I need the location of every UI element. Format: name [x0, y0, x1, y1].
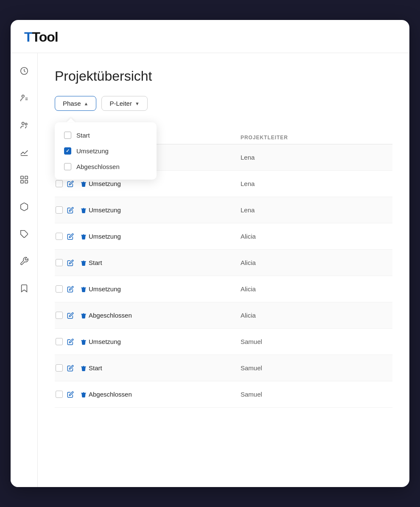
row-actions	[55, 178, 89, 189]
phase-chevron-up-icon: ▲	[84, 101, 89, 106]
page-title: Projektübersicht	[55, 68, 392, 84]
box-icon[interactable]	[17, 199, 32, 214]
delete-button[interactable]	[78, 178, 89, 189]
delete-button[interactable]	[78, 231, 89, 242]
logo: TTool	[24, 29, 58, 45]
row-checkbox[interactable]	[56, 233, 63, 240]
cell-leiter: Samuel	[241, 338, 392, 345]
pleiter-filter-button[interactable]: P-Leiter ▼	[101, 96, 147, 111]
phase-filter-button[interactable]: Phase ▲	[55, 96, 96, 111]
edit-button[interactable]	[65, 310, 76, 321]
app-window: TTool	[11, 20, 409, 487]
tag-icon[interactable]	[17, 226, 32, 242]
table-row: Umsetzung Samuel	[55, 329, 392, 355]
cell-leiter: Samuel	[241, 364, 392, 372]
svg-rect-8	[25, 176, 27, 179]
sidebar	[11, 53, 38, 487]
header-projektleiter: PROJEKTLEITER	[241, 135, 392, 141]
team-icon[interactable]	[17, 118, 32, 133]
cell-leiter: Lena	[241, 206, 392, 214]
row-checkbox[interactable]	[56, 391, 63, 398]
cell-leiter: Lena	[241, 180, 392, 187]
top-bar: TTool	[11, 20, 409, 53]
row-actions	[55, 231, 89, 242]
dropdown-item-abgeschlossen[interactable]: Abgeschlossen	[55, 159, 157, 175]
cell-leiter: Alicia	[241, 233, 392, 240]
edit-button[interactable]	[65, 336, 76, 347]
row-actions	[55, 257, 89, 268]
table-row: Umsetzung Lena	[55, 197, 392, 223]
pleiter-chevron-down-icon: ▼	[135, 101, 140, 106]
row-checkbox[interactable]	[56, 285, 63, 293]
delete-button[interactable]	[78, 310, 89, 321]
edit-button[interactable]	[65, 257, 76, 268]
edit-button[interactable]	[65, 363, 76, 374]
row-actions	[55, 205, 89, 216]
dropdown-menu: Start Umsetzung Abgeschlossen	[55, 122, 157, 180]
grid-icon[interactable]	[17, 172, 32, 187]
bookmark-icon[interactable]	[17, 281, 32, 296]
delete-button[interactable]	[78, 336, 89, 347]
dashboard-icon[interactable]	[17, 63, 32, 79]
cell-leiter: Samuel	[241, 391, 392, 398]
cell-phase: Umsetzung	[89, 233, 241, 240]
cell-leiter: Alicia	[241, 312, 392, 319]
cell-leiter: Alicia	[241, 259, 392, 266]
row-actions	[55, 284, 89, 295]
svg-rect-7	[20, 176, 23, 179]
cell-phase: Umsetzung	[89, 338, 241, 345]
delete-button[interactable]	[78, 363, 89, 374]
svg-point-1	[22, 95, 24, 98]
row-actions	[55, 363, 89, 374]
cell-phase: Abgeschlossen	[89, 312, 241, 319]
filter-bar: Phase ▲ P-Leiter ▼ Start	[55, 96, 392, 111]
dropdown-item-start[interactable]: Start	[55, 127, 157, 143]
cell-phase: Umsetzung	[89, 180, 241, 187]
cell-leiter: Alicia	[241, 285, 392, 293]
svg-point-4	[22, 122, 24, 125]
edit-button[interactable]	[65, 178, 76, 189]
main-layout: Projektübersicht Phase ▲ P-Leiter ▼	[11, 53, 409, 487]
delete-button[interactable]	[78, 389, 89, 400]
content-area: Projektübersicht Phase ▲ P-Leiter ▼	[38, 53, 409, 487]
chart-icon[interactable]	[17, 145, 32, 160]
row-checkbox[interactable]	[56, 259, 63, 266]
cell-phase: Umsetzung	[89, 206, 241, 214]
cell-leiter: Lena	[241, 154, 392, 161]
users-list-icon[interactable]	[17, 90, 32, 106]
table-row: Umsetzung Alicia	[55, 223, 392, 250]
row-checkbox[interactable]	[56, 180, 63, 187]
checkbox-start[interactable]	[64, 132, 71, 139]
edit-button[interactable]	[65, 284, 76, 295]
dropdown-item-umsetzung-label: Umsetzung	[76, 147, 109, 155]
dropdown-arrow	[67, 118, 75, 122]
dropdown-item-abgeschlossen-label: Abgeschlossen	[76, 163, 120, 170]
cell-phase: Start	[89, 364, 241, 372]
row-checkbox[interactable]	[56, 338, 63, 345]
dropdown-item-start-label: Start	[76, 132, 90, 139]
delete-button[interactable]	[78, 284, 89, 295]
table-row: Umsetzung Alicia	[55, 276, 392, 302]
checkbox-umsetzung[interactable]	[64, 147, 71, 155]
delete-button[interactable]	[78, 257, 89, 268]
row-actions	[55, 310, 89, 321]
row-checkbox[interactable]	[56, 364, 63, 372]
edit-button[interactable]	[65, 205, 76, 216]
cell-phase: Umsetzung	[89, 285, 241, 293]
edit-button[interactable]	[65, 389, 76, 400]
edit-button[interactable]	[65, 231, 76, 242]
phase-dropdown: Start Umsetzung Abgeschlossen	[55, 118, 157, 180]
phase-filter-label: Phase	[63, 100, 81, 107]
table-row: Abgeschlossen Alicia	[55, 302, 392, 329]
row-checkbox[interactable]	[56, 312, 63, 319]
table-row: Start Alicia	[55, 250, 392, 276]
row-checkbox[interactable]	[56, 206, 63, 214]
row-actions	[55, 336, 89, 347]
pleiter-filter-label: P-Leiter	[109, 100, 132, 107]
cell-phase: Start	[89, 259, 241, 266]
cell-phase: Abgeschlossen	[89, 391, 241, 398]
checkbox-abgeschlossen[interactable]	[64, 163, 71, 170]
dropdown-item-umsetzung[interactable]: Umsetzung	[55, 143, 157, 159]
tool-icon[interactable]	[17, 254, 32, 269]
delete-button[interactable]	[78, 205, 89, 216]
